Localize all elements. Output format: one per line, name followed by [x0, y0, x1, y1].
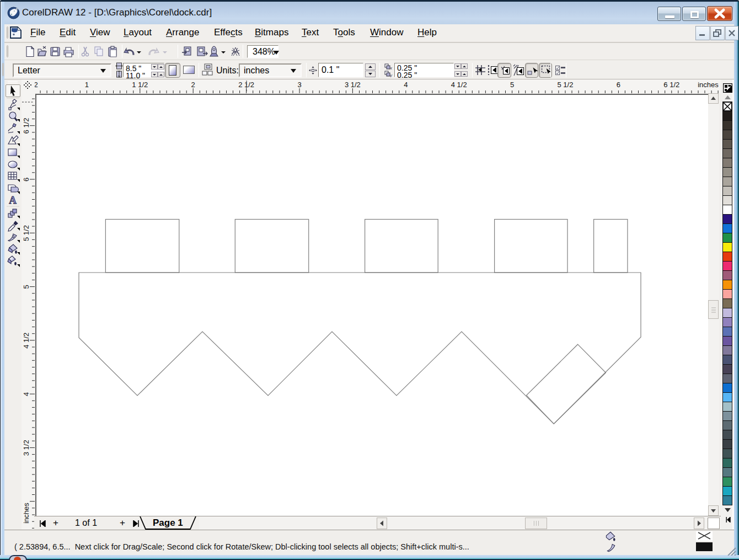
svg-text:A: A [9, 194, 17, 206]
svg-text:1 1/2: 1 1/2 [132, 81, 148, 89]
svg-text:6: 6 [22, 178, 30, 182]
svg-text:6: 6 [617, 81, 620, 89]
svg-text:2: 2 [191, 81, 195, 89]
svg-text:4: 4 [404, 81, 408, 89]
svg-text:5: 5 [510, 81, 514, 89]
svg-text:6 1/2: 6 1/2 [663, 81, 679, 89]
svg-text:1: 1 [85, 81, 89, 89]
svg-text:x: x [389, 66, 393, 71]
svg-text:inches: inches [22, 503, 30, 524]
svg-text:4: 4 [22, 392, 30, 396]
svg-text:5 1/2: 5 1/2 [22, 225, 30, 241]
svg-text:3: 3 [297, 81, 301, 89]
svg-text:5: 5 [22, 285, 30, 289]
svg-text:5 1/2: 5 1/2 [558, 81, 574, 89]
svg-text:4 1/2: 4 1/2 [451, 81, 467, 89]
svg-text:y: y [389, 73, 393, 77]
svg-text:4 1/2: 4 1/2 [22, 333, 30, 349]
svg-text:3 1/2: 3 1/2 [22, 440, 30, 456]
svg-text:3 1/2: 3 1/2 [345, 81, 361, 89]
svg-text:inches: inches [698, 81, 719, 89]
svg-text:6 1/2: 6 1/2 [22, 118, 30, 134]
